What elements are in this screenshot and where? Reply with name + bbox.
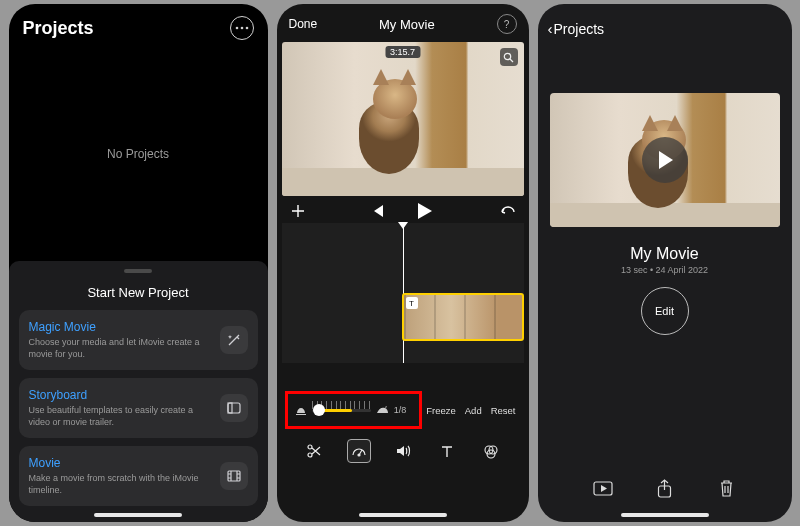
- project-thumbnail[interactable]: [550, 93, 780, 227]
- editor-title: My Movie: [379, 17, 435, 32]
- storyboard-icon: [220, 394, 248, 422]
- no-projects-label: No Projects: [9, 46, 268, 261]
- play-icon: [659, 151, 673, 169]
- film-icon: [220, 462, 248, 490]
- new-project-drawer: Start New Project Magic Movie Choose you…: [9, 261, 268, 522]
- speed-thumb[interactable]: [313, 404, 325, 416]
- scissors-icon[interactable]: [303, 440, 325, 462]
- edit-button[interactable]: Edit: [641, 287, 689, 335]
- share-icon[interactable]: [655, 478, 675, 498]
- play-icon[interactable]: [418, 203, 432, 219]
- reset-speed-button[interactable]: Reset: [491, 405, 516, 416]
- ellipsis-icon[interactable]: [230, 16, 254, 40]
- storyboard-card[interactable]: Storyboard Use beautiful templates to ea…: [19, 378, 258, 438]
- back-button[interactable]: ‹ Projects: [538, 4, 792, 39]
- movie-card[interactable]: Movie Make a movie from scratch with the…: [19, 446, 258, 506]
- preview-time: 3:15.7: [385, 46, 420, 58]
- home-indicator[interactable]: [621, 513, 709, 517]
- start-new-project-label: Start New Project: [19, 285, 258, 310]
- svg-point-8: [308, 445, 312, 449]
- trash-icon[interactable]: [717, 478, 737, 498]
- filter-icon[interactable]: [480, 440, 502, 462]
- movie-title: Movie: [29, 456, 210, 470]
- svg-point-0: [235, 27, 238, 30]
- speed-slider[interactable]: [312, 409, 371, 412]
- text-icon[interactable]: [436, 440, 458, 462]
- done-button[interactable]: Done: [289, 17, 318, 31]
- projects-screen: Projects No Projects Start New Project M…: [9, 4, 268, 522]
- tortoise-icon: [290, 406, 312, 415]
- add-speed-button[interactable]: Add: [465, 405, 482, 416]
- svg-rect-3: [228, 403, 240, 413]
- help-icon[interactable]: ?: [497, 14, 517, 34]
- svg-point-6: [504, 53, 510, 59]
- plus-icon[interactable]: [291, 204, 305, 218]
- volume-icon[interactable]: [392, 440, 414, 462]
- skip-back-icon[interactable]: [371, 205, 384, 217]
- editor-screen: Done My Movie ? 3:15.7 T: [277, 4, 529, 522]
- wand-icon: [220, 326, 248, 354]
- speedometer-icon[interactable]: [347, 439, 371, 463]
- svg-rect-5: [228, 471, 240, 481]
- projects-title: Projects: [23, 18, 94, 39]
- magic-movie-desc: Choose your media and let iMovie create …: [29, 336, 210, 360]
- svg-point-2: [245, 27, 248, 30]
- project-detail-screen: ‹ Projects My Movie 13 sec • 24 April 20…: [538, 4, 792, 522]
- back-label: Projects: [554, 21, 605, 37]
- speed-control-row: 1/8 Freeze Add Reset: [282, 393, 524, 427]
- chevron-left-icon: ‹: [548, 20, 553, 37]
- hare-icon: [371, 406, 394, 415]
- play-rect-icon[interactable]: [593, 478, 613, 498]
- svg-point-1: [240, 27, 243, 30]
- undo-icon[interactable]: [499, 205, 515, 217]
- magic-movie-title: Magic Movie: [29, 320, 210, 334]
- timeline[interactable]: T: [282, 223, 524, 363]
- movie-title: My Movie: [538, 245, 792, 263]
- freeze-button[interactable]: Freeze: [426, 405, 456, 416]
- play-overlay[interactable]: [642, 137, 688, 183]
- svg-point-9: [358, 454, 360, 456]
- selected-clip[interactable]: T: [402, 293, 524, 341]
- svg-point-7: [308, 453, 312, 457]
- storyboard-desc: Use beautiful templates to easily create…: [29, 404, 210, 428]
- magic-movie-card[interactable]: Magic Movie Choose your media and let iM…: [19, 310, 258, 370]
- drawer-handle[interactable]: [124, 269, 152, 273]
- title-badge: T: [406, 297, 418, 309]
- movie-desc: Make a movie from scratch with the iMovi…: [29, 472, 210, 496]
- home-indicator[interactable]: [359, 513, 447, 517]
- movie-meta: 13 sec • 24 April 2022: [538, 265, 792, 275]
- storyboard-title: Storyboard: [29, 388, 210, 402]
- speed-rate: 1/8: [394, 405, 411, 415]
- video-preview[interactable]: 3:15.7: [282, 42, 524, 196]
- home-indicator[interactable]: [94, 513, 182, 517]
- magnify-icon[interactable]: [500, 48, 518, 66]
